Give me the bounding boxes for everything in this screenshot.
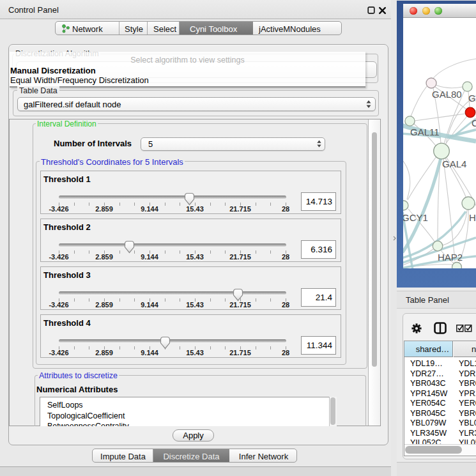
svg-text:GA: GA [468,93,476,104]
svg-text:GAL11: GAL11 [410,127,440,137]
svg-text:GCY1: GCY1 [403,212,428,223]
svg-text:GAL80: GAL80 [432,89,462,100]
svg-text:GAL4: GAL4 [442,158,466,169]
svg-text:H: H [469,212,476,223]
svg-text:HAP2: HAP2 [438,252,463,263]
svg-text:C: C [472,118,476,128]
